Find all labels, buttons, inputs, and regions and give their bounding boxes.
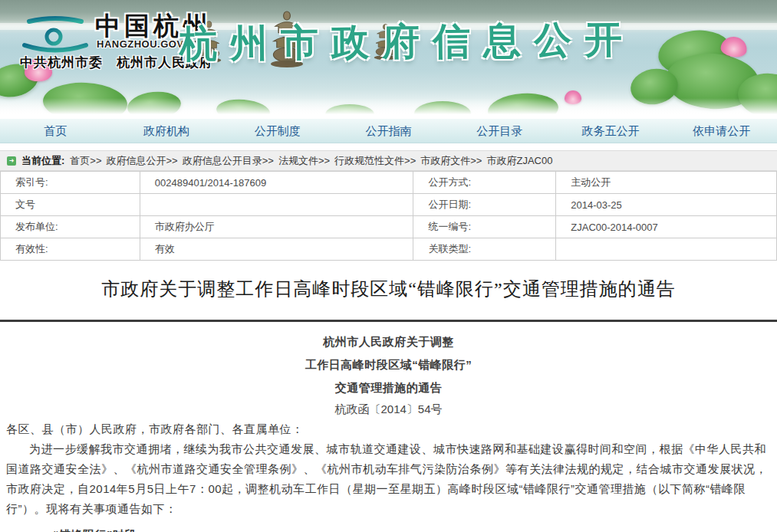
table-row: 发布单位: 市政府办公厅 统一编号: ZJAC00-2014-0007 — [1, 216, 777, 238]
breadcrumb-separator: >> — [262, 155, 274, 166]
breadcrumb-link-gov-docs[interactable]: 市政府文件 — [420, 154, 470, 168]
breadcrumb-link-catalog[interactable]: 政府信息公开目录 — [183, 154, 262, 168]
breadcrumb-link-regulations[interactable]: 法规文件 — [278, 154, 318, 168]
meta-label: 发布单位: — [1, 216, 140, 238]
nav-item-disclosure-system[interactable]: 公开制度 — [222, 119, 333, 143]
meta-label: 公开方式: — [413, 172, 556, 194]
main-nav: 首页 政府机构 公开制度 公开指南 公开目录 政务五公开 依申请公开 — [0, 119, 777, 143]
breadcrumb-arrow-icon: ➜ — [7, 156, 16, 166]
article-heading-line: 交通管理措施的通告 — [6, 376, 771, 399]
nav-item-disclosure-on-request[interactable]: 依申请公开 — [666, 119, 777, 143]
meta-value: 主动公开 — [556, 172, 777, 194]
table-row: 有效性: 有效 关联类型: — [1, 238, 777, 261]
meta-value — [140, 194, 413, 216]
site-banner: 中国杭州 HANGZHOU.GOV.CN 中共杭州市委 杭州市人民政府 杭州市政… — [0, 0, 777, 117]
breadcrumb-link-normative-docs[interactable]: 行政规范性文件 — [334, 154, 404, 168]
article-salutation: 各区、县（市）人民政府，市政府各部门、各直属单位： — [6, 419, 771, 439]
article-body: 杭州市人民政府关于调整 工作日高峰时段区域“错峰限行” 交通管理措施的通告 杭政… — [0, 322, 777, 532]
breadcrumb-separator: >> — [470, 155, 482, 166]
page-title: 市政府关于调整工作日高峰时段区域“错峰限行”交通管理措施的通告 — [0, 277, 777, 301]
banner-bottom-fade — [0, 98, 777, 117]
hangzhou-pavilion-icon — [20, 9, 91, 54]
meta-label: 索引号: — [1, 172, 140, 194]
meta-value: 002489401/2014-187609 — [140, 172, 413, 194]
table-row: 文号 公开日期: 2014-03-25 — [1, 194, 777, 216]
nav-item-gov-agencies[interactable]: 政府机构 — [111, 119, 222, 143]
meta-label: 公开日期: — [413, 194, 556, 216]
meta-label: 文号 — [1, 194, 140, 216]
meta-value: ZJAC00-2014-0007 — [556, 216, 777, 238]
meta-value: 有效 — [140, 238, 413, 261]
article-heading-line: 杭州市人民政府关于调整 — [6, 330, 771, 353]
nav-item-disclosure-guide[interactable]: 公开指南 — [333, 119, 444, 143]
meta-value: 2014-03-25 — [556, 194, 777, 216]
nav-item-home[interactable]: 首页 — [0, 119, 111, 143]
breadcrumb-separator: >> — [404, 155, 416, 166]
article-paragraph: 为进一步缓解我市交通拥堵，继续为我市公共交通发展、城市轨道交通建设、城市快速路网… — [6, 439, 771, 519]
document-number: 杭政函〔2014〕54号 — [6, 399, 771, 419]
meta-label: 有效性: — [1, 238, 140, 261]
breadcrumb-current: 市政府ZJAC00 — [486, 154, 552, 168]
meta-value: 市政府办公厅 — [140, 216, 413, 238]
nav-item-five-disclosures[interactable]: 政务五公开 — [555, 119, 667, 143]
breadcrumb-link-info-disclosure[interactable]: 政府信息公开 — [107, 154, 166, 168]
table-row: 索引号: 002489401/2014-187609 公开方式: 主动公开 — [1, 172, 777, 194]
article-section-heading: 一、“错峰限行”时段 — [6, 525, 771, 532]
document-meta-table: 索引号: 002489401/2014-187609 公开方式: 主动公开 文号… — [0, 171, 777, 261]
breadcrumb-separator: >> — [90, 155, 101, 166]
breadcrumb-prefix: 当前位置: — [21, 154, 64, 168]
meta-value — [556, 238, 777, 261]
breadcrumb-separator: >> — [318, 155, 330, 166]
meta-label: 关联类型: — [413, 238, 556, 261]
banner-site-title: 杭州市政府信息公开 — [179, 15, 636, 70]
meta-label: 统一编号: — [413, 216, 556, 238]
breadcrumb-link-home[interactable]: 首页 — [70, 154, 90, 168]
nav-item-disclosure-catalog[interactable]: 公开目录 — [444, 119, 555, 143]
breadcrumb-separator: >> — [166, 155, 178, 166]
breadcrumb: ➜ 当前位置: 首页>> 政府信息公开>> 政府信息公开目录>> 法规文件>> … — [0, 150, 777, 171]
article-heading-line: 工作日高峰时段区域“错峰限行” — [6, 353, 771, 376]
